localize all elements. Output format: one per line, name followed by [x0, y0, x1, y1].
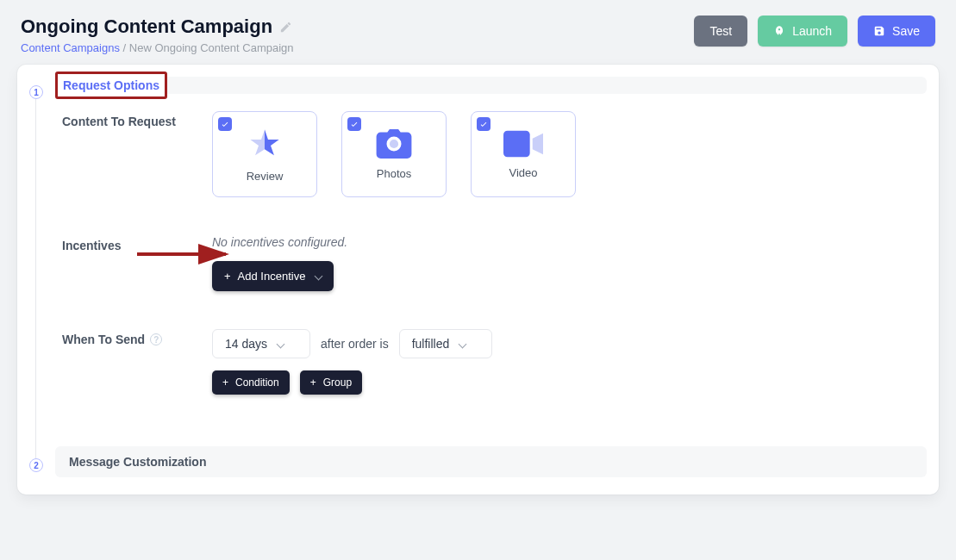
chevron-down-icon — [277, 339, 285, 348]
rocket-icon — [773, 25, 785, 37]
test-button[interactable]: Test — [694, 16, 747, 47]
option-label: Photos — [377, 167, 411, 180]
step-badge-2: 2 — [29, 458, 43, 472]
breadcrumb: Content Campaigns / New Ongoing Content … — [21, 41, 294, 54]
option-label: Video — [509, 166, 537, 179]
plus-icon: + — [224, 270, 231, 283]
edit-title-icon[interactable] — [279, 21, 292, 34]
svg-point-1 — [390, 139, 398, 147]
star-icon — [247, 127, 282, 161]
save-icon — [873, 25, 885, 37]
checkbox-review[interactable] — [218, 117, 232, 131]
label-when-to-send: When To Send ? — [62, 329, 191, 346]
video-icon — [503, 130, 543, 158]
option-photos[interactable]: Photos — [341, 111, 447, 197]
step-badge-1: 1 — [29, 85, 43, 99]
section-message-customization[interactable]: Message Customization — [55, 446, 927, 477]
days-select[interactable]: 14 days — [212, 329, 310, 358]
chevron-down-icon — [315, 272, 323, 281]
chevron-down-icon — [459, 339, 467, 348]
breadcrumb-current: New Ongoing Content Campaign — [129, 41, 294, 54]
option-review[interactable]: Review — [212, 111, 317, 197]
section-request-options[interactable]: Request Options — [55, 77, 927, 94]
plus-icon: + — [222, 376, 228, 389]
add-group-button[interactable]: + Group — [300, 370, 362, 395]
camera-icon — [376, 129, 412, 159]
add-incentive-button[interactable]: + Add Incentive — [212, 261, 334, 291]
option-video[interactable]: Video — [471, 111, 576, 197]
status-select[interactable]: fulfilled — [399, 329, 493, 358]
checkbox-video[interactable] — [477, 117, 490, 131]
option-label: Review — [247, 170, 284, 183]
checkbox-photos[interactable] — [347, 117, 361, 131]
help-icon[interactable]: ? — [150, 333, 162, 345]
save-button[interactable]: Save — [858, 16, 935, 47]
label-incentives: Incentives — [62, 235, 191, 252]
svg-rect-2 — [503, 130, 530, 157]
add-condition-button[interactable]: + Condition — [212, 370, 290, 395]
label-content-to-request: Content To Request — [62, 111, 191, 128]
plus-icon: + — [310, 376, 316, 389]
page-title: Ongoing Content Campaign — [21, 16, 272, 38]
launch-button[interactable]: Launch — [758, 16, 847, 47]
breadcrumb-link[interactable]: Content Campaigns — [21, 41, 120, 54]
when-middle-text: after order is — [321, 337, 389, 351]
incentives-empty-text: No incentives configured. — [212, 235, 920, 249]
